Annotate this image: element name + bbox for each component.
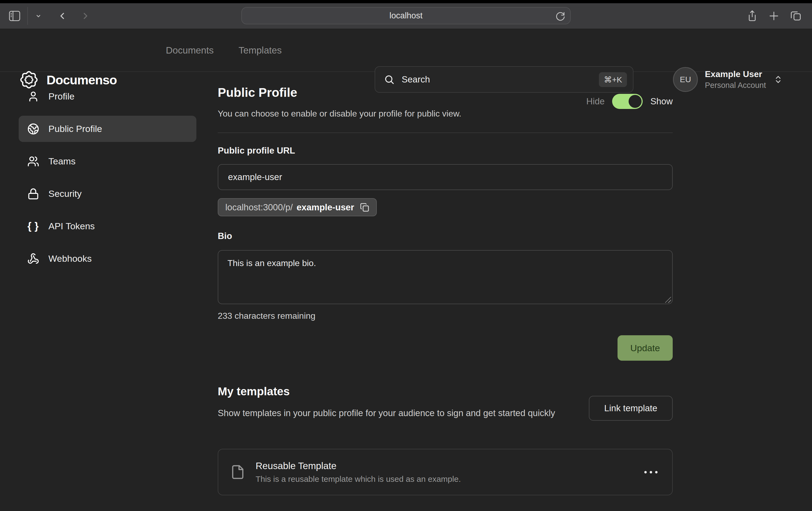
share-icon xyxy=(747,10,757,22)
textarea-resize-handle[interactable] xyxy=(665,297,671,303)
sidebar-item-api-tokens[interactable]: { } API Tokens xyxy=(19,213,196,239)
bio-character-counter: 233 characters remaining xyxy=(218,311,315,321)
nav-templates[interactable]: Templates xyxy=(238,45,282,56)
settings-sidebar: Profile Public Profile Teams Security { … xyxy=(19,83,196,278)
toggle-knob xyxy=(629,95,642,108)
url-slug: example-user xyxy=(297,202,354,212)
webhook-icon xyxy=(27,253,39,265)
refresh-button[interactable] xyxy=(555,11,565,21)
sidebar-item-security[interactable]: Security xyxy=(19,181,196,207)
user-name: Example User xyxy=(705,69,766,79)
forward-icon xyxy=(80,11,91,21)
avatar: EU xyxy=(673,67,698,92)
search-icon xyxy=(384,74,395,85)
my-templates-title: My templates xyxy=(218,385,290,398)
chrome-divider xyxy=(27,7,28,25)
profile-visibility-control: Hide Show xyxy=(586,94,673,109)
public-url-preview-chip[interactable]: localhost:3000/p/example-user xyxy=(218,198,377,216)
user-account-type: Personal Account xyxy=(705,81,766,90)
sidebar-item-public-profile[interactable]: Public Profile xyxy=(19,116,196,142)
page-title: Public Profile xyxy=(218,85,297,100)
search-input[interactable] xyxy=(402,74,599,85)
back-icon xyxy=(57,11,67,21)
sidebar-item-label: Webhooks xyxy=(49,253,92,264)
bio-field-label: Bio xyxy=(218,231,232,241)
sidebar-item-teams[interactable]: Teams xyxy=(19,148,196,174)
sidebar-item-profile[interactable]: Profile xyxy=(19,83,196,110)
user-icon xyxy=(27,91,39,102)
file-icon xyxy=(230,463,245,481)
new-tab-button[interactable] xyxy=(769,11,779,21)
chevrons-up-down-icon xyxy=(774,75,783,84)
sidebar-item-label: Security xyxy=(49,188,82,199)
more-horizontal-icon xyxy=(644,471,647,474)
template-more-button[interactable] xyxy=(642,468,660,476)
template-description: This is a reusable template which is use… xyxy=(256,475,461,484)
visibility-toggle[interactable] xyxy=(612,94,643,109)
app-header: Documenso Documents Templates ⌘+K EU Exa… xyxy=(0,29,812,72)
url-prefix: localhost:3000/p/ xyxy=(225,202,293,212)
template-card[interactable]: Reusable Template This is a reusable tem… xyxy=(218,449,673,495)
browser-chrome: localhost xyxy=(0,0,812,29)
braces-icon: { } xyxy=(27,220,39,232)
my-templates-description: Show templates in your public profile fo… xyxy=(218,407,578,420)
forward-button[interactable] xyxy=(80,11,91,21)
search-bar[interactable]: ⌘+K xyxy=(375,66,634,93)
tabs-overview-button[interactable] xyxy=(790,10,801,21)
back-button[interactable] xyxy=(57,11,67,21)
section-divider xyxy=(218,132,673,133)
sidebar-dropdown-button[interactable] xyxy=(35,12,42,20)
sidebar-item-label: API Tokens xyxy=(49,221,95,232)
sidebar-item-label: Teams xyxy=(49,156,76,167)
toggle-show-label: Show xyxy=(650,96,673,107)
nav-documents[interactable]: Documents xyxy=(166,45,214,56)
sidebar-item-label: Public Profile xyxy=(49,124,102,134)
search-shortcut-badge: ⌘+K xyxy=(599,72,627,87)
new-tab-icon xyxy=(769,11,779,21)
sidebar-item-webhooks[interactable]: Webhooks xyxy=(19,245,196,272)
sidebar-panel-button[interactable] xyxy=(9,11,20,21)
link-template-button[interactable]: Link template xyxy=(589,396,673,421)
tabs-overview-icon xyxy=(790,10,801,21)
template-title: Reusable Template xyxy=(256,460,461,471)
url-field-label: Public profile URL xyxy=(218,146,295,156)
top-nav: Documents Templates xyxy=(166,29,282,71)
bio-textarea[interactable]: This is an example bio. xyxy=(218,250,673,304)
share-button[interactable] xyxy=(747,10,757,22)
page-subtitle: You can choose to enable or disable your… xyxy=(218,109,461,119)
globe-icon xyxy=(27,123,39,135)
address-bar[interactable]: localhost xyxy=(241,7,571,24)
address-bar-url: localhost xyxy=(389,11,423,21)
copy-icon[interactable] xyxy=(360,203,369,212)
toggle-hide-label: Hide xyxy=(586,96,605,107)
lock-icon xyxy=(27,188,39,200)
users-icon xyxy=(27,155,39,168)
refresh-icon xyxy=(555,11,565,21)
sidebar-item-label: Profile xyxy=(49,91,75,102)
update-button[interactable]: Update xyxy=(617,335,673,361)
user-menu[interactable]: EU Example User Personal Account xyxy=(673,67,783,92)
public-url-input[interactable] xyxy=(218,164,673,190)
sidebar-panel-icon xyxy=(9,11,20,21)
chevron-down-icon xyxy=(35,12,42,20)
